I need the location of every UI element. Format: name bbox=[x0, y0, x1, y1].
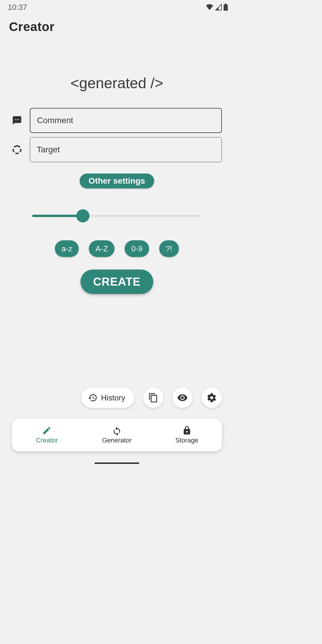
comment-input[interactable] bbox=[30, 108, 222, 133]
svg-rect-0 bbox=[224, 4, 228, 11]
settings-button[interactable] bbox=[202, 388, 222, 408]
slider-thumb[interactable] bbox=[76, 209, 89, 222]
chip-symbols[interactable]: ?! bbox=[159, 240, 179, 257]
history-button[interactable]: History bbox=[81, 388, 134, 408]
chip-digits[interactable]: 0-9 bbox=[125, 240, 149, 257]
target-icon bbox=[12, 145, 30, 155]
nav-creator[interactable]: Creator bbox=[12, 419, 82, 451]
copy-button[interactable] bbox=[143, 388, 163, 408]
other-settings-button[interactable]: Other settings bbox=[80, 174, 154, 188]
svg-rect-1 bbox=[225, 4, 227, 4]
nav-generator-label: Generator bbox=[102, 436, 131, 444]
history-icon bbox=[88, 393, 97, 402]
home-indicator bbox=[95, 462, 139, 464]
nav-storage[interactable]: Storage bbox=[152, 419, 222, 451]
nav-creator-label: Creator bbox=[36, 436, 58, 444]
charset-chips: a-z A-Z 0-9 ?! bbox=[12, 240, 222, 257]
main-content: <generated /> Other settings a-z A-Z 0-9… bbox=[0, 72, 234, 294]
gear-icon bbox=[206, 392, 217, 403]
history-label: History bbox=[101, 393, 125, 402]
pencil-icon bbox=[42, 426, 52, 435]
cell-signal-icon bbox=[215, 4, 222, 10]
nav-storage-label: Storage bbox=[175, 436, 198, 444]
page-title: Creator bbox=[9, 20, 225, 34]
comment-icon bbox=[12, 115, 30, 126]
nav-generator[interactable]: Generator bbox=[82, 419, 152, 451]
eye-icon bbox=[177, 392, 188, 403]
generated-placeholder: <generated /> bbox=[12, 75, 222, 92]
target-input[interactable] bbox=[30, 137, 222, 162]
bottom-nav: Creator Generator Storage bbox=[12, 419, 222, 451]
lock-icon bbox=[182, 426, 192, 435]
status-bar: 10:37 bbox=[0, 0, 234, 14]
copy-icon bbox=[148, 393, 158, 403]
chip-lowercase[interactable]: a-z bbox=[55, 240, 79, 257]
page-header: Creator bbox=[0, 14, 234, 34]
wifi-icon bbox=[206, 4, 213, 10]
length-slider[interactable] bbox=[12, 209, 222, 222]
bottom-actions: History bbox=[81, 388, 222, 408]
refresh-icon bbox=[112, 426, 122, 435]
create-button[interactable]: CREATE bbox=[80, 270, 153, 294]
chip-uppercase[interactable]: A-Z bbox=[89, 240, 114, 257]
battery-icon bbox=[224, 4, 228, 11]
visibility-button[interactable] bbox=[172, 388, 193, 408]
target-row bbox=[12, 137, 222, 162]
status-icons bbox=[206, 4, 228, 11]
comment-row bbox=[12, 108, 222, 133]
slider-fill bbox=[32, 215, 83, 217]
status-time: 10:37 bbox=[8, 3, 27, 12]
